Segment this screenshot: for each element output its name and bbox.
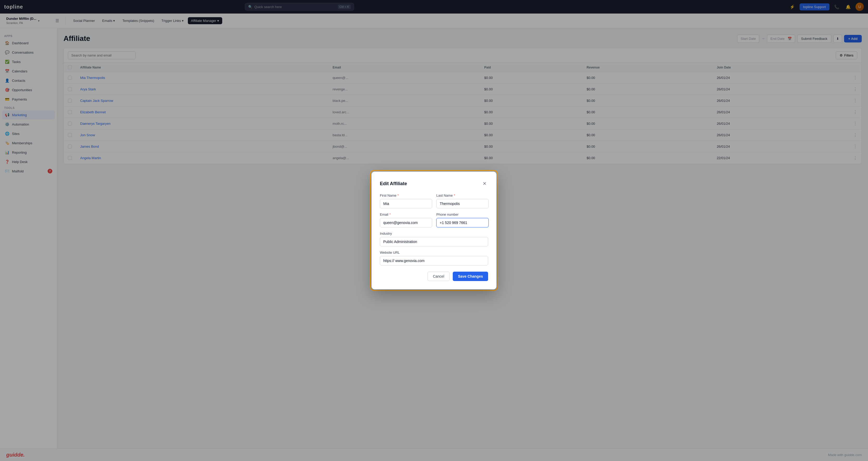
first-name-input[interactable] <box>380 199 432 208</box>
industry-group: Industry <box>380 232 488 247</box>
email-group: Email * <box>380 212 432 227</box>
website-row: Website URL <box>380 251 488 265</box>
phone-label: Phone number <box>436 212 489 217</box>
first-name-required: * <box>398 194 399 197</box>
first-name-label: First Name * <box>380 194 432 197</box>
industry-row: Industry <box>380 232 488 247</box>
modal-header: Edit Affiliate ✕ <box>380 180 488 187</box>
last-name-group: Last Name * <box>436 194 489 208</box>
first-name-group: First Name * <box>380 194 432 208</box>
modal-close-button[interactable]: ✕ <box>481 180 488 187</box>
last-name-required: * <box>454 194 455 197</box>
website-group: Website URL <box>380 251 488 265</box>
modal-wrapper: Edit Affiliate ✕ First Name * Last Name … <box>372 172 496 289</box>
email-label: Email * <box>380 212 432 217</box>
last-name-label: Last Name * <box>436 194 489 197</box>
phone-input[interactable] <box>436 218 489 227</box>
edit-affiliate-modal: Edit Affiliate ✕ First Name * Last Name … <box>372 172 496 289</box>
industry-label: Industry <box>380 232 488 235</box>
phone-group: Phone number <box>436 212 489 227</box>
email-required: * <box>390 212 391 217</box>
last-name-input[interactable] <box>436 199 489 208</box>
website-label: Website URL <box>380 251 488 255</box>
modal-title: Edit Affiliate <box>380 181 407 186</box>
cancel-button[interactable]: Cancel <box>428 272 450 281</box>
website-input[interactable] <box>380 256 488 265</box>
contact-row: Email * Phone number <box>380 212 488 227</box>
industry-input[interactable] <box>380 237 488 247</box>
save-changes-button[interactable]: Save Changes <box>453 272 488 281</box>
name-row: First Name * Last Name * <box>380 194 488 208</box>
modal-overlay: Edit Affiliate ✕ First Name * Last Name … <box>0 0 868 461</box>
modal-actions: Cancel Save Changes <box>380 272 488 281</box>
email-input[interactable] <box>380 218 432 227</box>
